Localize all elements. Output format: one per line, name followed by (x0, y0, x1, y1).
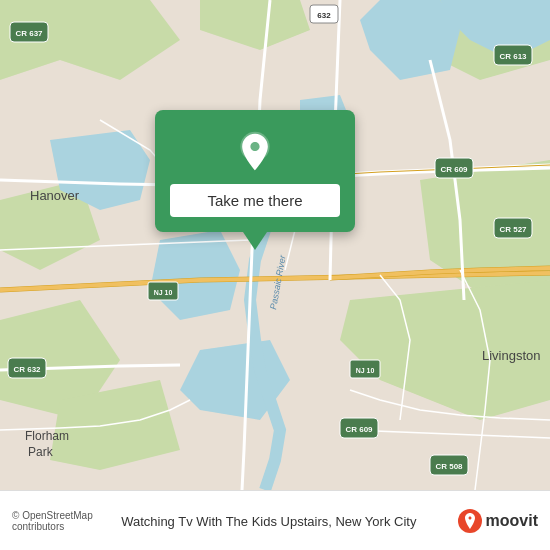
svg-text:CR 613: CR 613 (499, 52, 527, 61)
svg-text:CR 609: CR 609 (440, 165, 468, 174)
bottom-bar: © OpenStreetMap contributors Watching Tv… (0, 490, 550, 550)
popup-card: Take me there (155, 110, 355, 232)
svg-text:CR 637: CR 637 (15, 29, 43, 38)
svg-text:Park: Park (28, 445, 54, 459)
take-me-there-button[interactable]: Take me there (170, 184, 340, 217)
hanover-label: Hanover (30, 188, 80, 203)
svg-text:CR 609: CR 609 (345, 425, 373, 434)
moovit-logo: moovit (457, 508, 538, 534)
moovit-brand-text: moovit (486, 512, 538, 530)
location-pin-icon (233, 130, 277, 174)
svg-text:632: 632 (317, 11, 331, 20)
svg-text:CR 508: CR 508 (435, 462, 463, 471)
svg-text:NJ 10: NJ 10 (356, 367, 375, 374)
livingston-label: Livingston (482, 348, 541, 363)
moovit-icon (457, 508, 483, 534)
map-container: CR 637 632 CR 613 CR 609 CR 527 NJ 10 CR… (0, 0, 550, 490)
svg-text:CR 527: CR 527 (499, 225, 527, 234)
attribution-text: © OpenStreetMap contributors (12, 510, 121, 532)
florham-label: Florham (25, 429, 69, 443)
destination-text: Watching Tv With The Kids Upstairs, New … (121, 514, 416, 529)
map-svg: CR 637 632 CR 613 CR 609 CR 527 NJ 10 CR… (0, 0, 550, 490)
svg-text:CR 632: CR 632 (13, 365, 41, 374)
svg-text:NJ 10: NJ 10 (154, 289, 173, 296)
